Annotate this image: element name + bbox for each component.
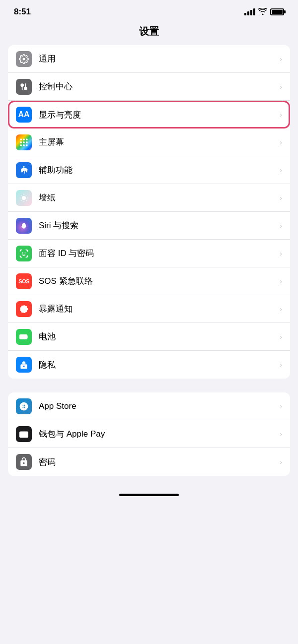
settings-item-homescreen[interactable]: 主屏幕 ›	[8, 129, 290, 156]
settings-group-2: App Store › 钱包与 Apple Pay › 密码 ›	[8, 392, 290, 476]
display-icon: AA	[16, 107, 32, 123]
homescreen-icon	[16, 134, 32, 150]
general-icon	[16, 51, 32, 67]
battery-label: 电池	[39, 331, 277, 342]
faceid-label: 面容 ID 与密码	[39, 248, 277, 259]
settings-item-faceid[interactable]: 面容 ID 与密码 ›	[8, 240, 290, 267]
status-icons	[244, 8, 284, 16]
accessibility-chevron: ›	[280, 166, 282, 174]
appstore-label: App Store	[39, 401, 277, 411]
battery-icon	[270, 8, 284, 15]
wallet-label: 钱包与 Apple Pay	[39, 428, 277, 440]
home-bar	[119, 494, 179, 496]
battery-settings-icon	[16, 329, 32, 345]
privacy-chevron: ›	[280, 361, 282, 369]
privacy-icon	[16, 357, 32, 373]
settings-item-sos[interactable]: SOS SOS 紧急联络 ›	[8, 267, 290, 295]
svg-rect-10	[20, 144, 22, 146]
home-indicator	[0, 490, 298, 498]
exposure-icon	[16, 301, 32, 317]
svg-rect-7	[20, 141, 22, 143]
svg-rect-21	[20, 432, 28, 438]
accessibility-icon	[16, 162, 32, 178]
aa-text: AA	[18, 110, 29, 119]
svg-point-13	[23, 166, 24, 167]
settings-item-display[interactable]: AA 显示与亮度 ›	[8, 101, 290, 129]
svg-point-18	[20, 305, 28, 313]
settings-item-passwords[interactable]: 密码 ›	[8, 448, 290, 476]
settings-item-wallet[interactable]: 钱包与 Apple Pay ›	[8, 420, 290, 448]
settings-item-control-center[interactable]: 控制中心 ›	[8, 73, 290, 101]
siri-chevron: ›	[280, 222, 282, 230]
status-time: 8:51	[14, 7, 31, 17]
settings-item-siri[interactable]: Siri 与搜索 ›	[8, 212, 290, 240]
wifi-icon	[258, 8, 267, 16]
wallpaper-label: 墙纸	[39, 192, 277, 203]
svg-rect-8	[23, 141, 24, 143]
svg-point-14	[22, 196, 26, 199]
settings-item-privacy[interactable]: 隐私 ›	[8, 351, 290, 379]
faceid-chevron: ›	[280, 250, 282, 258]
settings-item-accessibility[interactable]: 辅助功能 ›	[8, 156, 290, 184]
exposure-chevron: ›	[280, 305, 282, 313]
display-brightness-wrapper: AA 显示与亮度 ›	[8, 101, 290, 129]
control-center-icon	[16, 79, 32, 95]
settings-item-appstore[interactable]: App Store ›	[8, 392, 290, 420]
svg-rect-12	[26, 144, 27, 146]
general-label: 通用	[39, 53, 277, 64]
faceid-icon	[16, 246, 32, 261]
sos-label: SOS 紧急联络	[39, 275, 277, 287]
appstore-chevron: ›	[280, 402, 282, 410]
control-center-chevron: ›	[280, 83, 282, 91]
siri-icon	[16, 218, 32, 234]
svg-rect-22	[25, 434, 27, 436]
homescreen-chevron: ›	[280, 138, 282, 146]
settings-group-1: 通用 › 控制中心 › AA 显示与亮度 › 主屏幕 › 辅助功能	[8, 45, 290, 379]
sos-chevron: ›	[280, 277, 282, 285]
sos-text: SOS	[18, 278, 29, 284]
passwords-icon	[16, 454, 32, 470]
homescreen-label: 主屏幕	[39, 136, 277, 148]
battery-chevron: ›	[280, 333, 282, 341]
settings-item-general[interactable]: 通用 ›	[8, 45, 290, 73]
display-chevron: ›	[280, 111, 282, 119]
settings-item-exposure[interactable]: 暴露通知 ›	[8, 295, 290, 323]
siri-label: Siri 与搜索	[39, 220, 277, 231]
passwords-chevron: ›	[280, 458, 282, 466]
control-center-label: 控制中心	[39, 81, 277, 92]
svg-rect-9	[26, 141, 27, 143]
exposure-label: 暴露通知	[39, 303, 277, 315]
settings-item-wallpaper[interactable]: 墙纸 ›	[8, 184, 290, 212]
sos-icon: SOS	[16, 273, 32, 289]
svg-rect-4	[20, 138, 22, 140]
svg-rect-5	[23, 138, 24, 140]
wallpaper-chevron: ›	[280, 194, 282, 202]
svg-rect-6	[26, 138, 27, 140]
general-chevron: ›	[280, 55, 282, 63]
display-label: 显示与亮度	[39, 109, 277, 121]
wallet-icon	[16, 426, 32, 442]
svg-point-0	[21, 84, 23, 86]
privacy-label: 隐私	[39, 359, 277, 371]
signal-icon	[244, 8, 255, 15]
wallpaper-icon	[16, 190, 32, 206]
wallet-chevron: ›	[280, 430, 282, 438]
passwords-label: 密码	[39, 456, 277, 468]
svg-rect-11	[23, 144, 24, 146]
svg-point-1	[24, 87, 27, 89]
appstore-icon	[16, 398, 32, 414]
settings-item-battery[interactable]: 电池 ›	[8, 323, 290, 351]
svg-rect-20	[20, 335, 25, 338]
accessibility-label: 辅助功能	[39, 164, 277, 176]
status-bar: 8:51	[0, 0, 298, 20]
page-title: 设置	[0, 20, 298, 45]
